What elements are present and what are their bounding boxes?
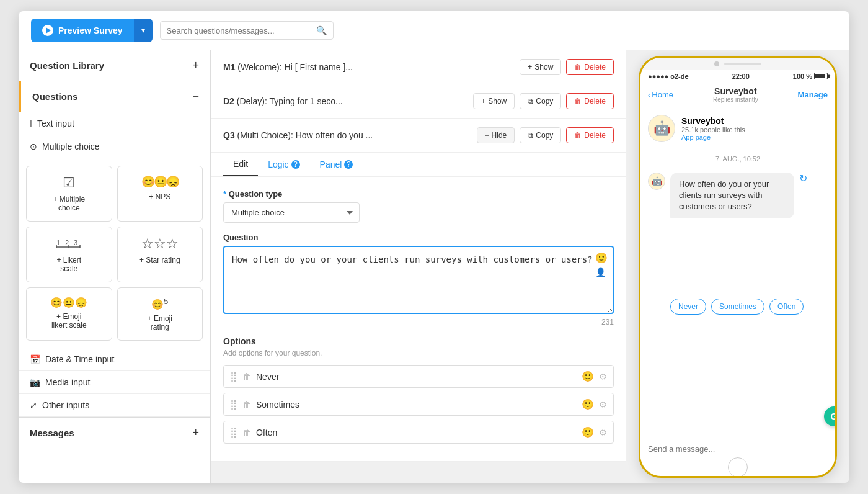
- q3-delete-button[interactable]: 🗑 Delete: [566, 127, 614, 143]
- manage-button[interactable]: Manage: [798, 90, 828, 99]
- option-input-never[interactable]: [256, 372, 577, 382]
- back-button[interactable]: ‹ Home: [648, 90, 673, 99]
- drag-handle-icon-3[interactable]: ⣿: [230, 426, 237, 438]
- option-delete-icon-3[interactable]: 🗑: [242, 428, 251, 438]
- emoji-likert-card-icon: 😊😐😞: [50, 297, 87, 308]
- bot-message-wrapper: How often do you or your clients run sur…: [670, 173, 807, 219]
- bot-name-nav: Surveybot: [713, 86, 758, 96]
- drag-handle-icon[interactable]: ⣿: [230, 370, 237, 382]
- drag-handle-icon-2[interactable]: ⣿: [230, 398, 237, 410]
- sidebar-card-nps[interactable]: 😊😐😞 + NPS: [117, 166, 203, 222]
- q3-trash-icon: 🗑: [574, 131, 582, 140]
- text-input-label: Text input: [37, 119, 74, 128]
- sidebar-card-multiple-choice[interactable]: ☑ + Multiplechoice: [26, 166, 112, 222]
- d2-type: (Delay):: [237, 96, 270, 106]
- person-textarea-icon[interactable]: 👤: [595, 267, 608, 277]
- text-input-cursor-icon: I: [30, 119, 32, 128]
- tab-panel[interactable]: Panel ?: [310, 153, 363, 176]
- emoji-likert-card-label: + Emojilikert scale: [51, 312, 87, 330]
- option-input-sometimes[interactable]: [256, 400, 577, 410]
- preview-survey-button[interactable]: Preview Survey: [31, 19, 134, 42]
- option-input-often[interactable]: [256, 428, 577, 438]
- chat-messages: 🤖 How often do you or your clients run s…: [640, 168, 835, 297]
- sidebar-item-date-time[interactable]: 📅 Date & Time input: [19, 348, 210, 371]
- d2-delete-label: Delete: [584, 97, 606, 106]
- phone-top-bar: [640, 58, 835, 70]
- bot-bubble: How often do you or your clients run sur…: [670, 173, 794, 219]
- option-emoji-icon[interactable]: 🙂: [582, 370, 594, 382]
- search-input[interactable]: [167, 26, 316, 35]
- option-delete-icon[interactable]: 🗑: [242, 372, 251, 382]
- option-delete-icon-2[interactable]: 🗑: [242, 400, 251, 410]
- d2-copy-icon: ⧉: [528, 97, 533, 106]
- phone-top-line: [724, 63, 761, 65]
- question-library-label: Question Library: [30, 60, 104, 71]
- q3-hide-button[interactable]: − Hide: [477, 127, 515, 143]
- carrier-label: ●●●●● o2-de: [648, 73, 689, 80]
- option-settings-icon-2[interactable]: ⚙: [599, 400, 607, 410]
- battery-icon: [814, 73, 828, 79]
- multiple-choice-card-icon: ☑: [63, 175, 75, 191]
- option-emoji-icon-3[interactable]: 🙂: [582, 426, 594, 438]
- m1-show-button[interactable]: + Show: [520, 59, 561, 75]
- m1-show-label: Show: [534, 63, 553, 71]
- d2-trash-icon: 🗑: [574, 97, 582, 106]
- nav-title: Surveybot Replies instantly: [713, 86, 758, 103]
- spacer: [640, 320, 835, 439]
- sidebar-item-other-inputs[interactable]: ⤢ Other inputs: [19, 394, 210, 417]
- message-row-d2: D2 (Delay): Typing for 1 seco... + Show …: [211, 84, 626, 119]
- options-title: Options: [223, 336, 614, 346]
- add-library-icon[interactable]: +: [192, 59, 199, 72]
- add-message-icon[interactable]: +: [192, 426, 199, 439]
- sidebar-card-likert[interactable]: 1 2 3 + Likertscale: [26, 227, 112, 282]
- option-settings-icon[interactable]: ⚙: [599, 372, 607, 382]
- calendar-icon: 📅: [30, 354, 40, 364]
- m1-delete-button[interactable]: 🗑 Delete: [566, 59, 614, 75]
- star-rating-card-icon: ☆☆☆: [141, 236, 179, 252]
- nps-card-label: + NPS: [149, 192, 170, 201]
- preview-btn-label: Preview Survey: [58, 25, 123, 35]
- bot-app-link[interactable]: App page: [681, 133, 745, 141]
- collapse-questions-icon[interactable]: −: [192, 90, 199, 103]
- preview-dropdown-button[interactable]: ▾: [134, 19, 153, 42]
- sidebar-item-text-input[interactable]: I Text input: [19, 112, 210, 135]
- phone-message-input[interactable]: [648, 444, 828, 454]
- option-settings-icon-3[interactable]: ⚙: [599, 428, 607, 438]
- option-never-label: Never: [678, 302, 698, 311]
- sidebar-card-star-rating[interactable]: ☆☆☆ + Star rating: [117, 227, 203, 282]
- question-type-select[interactable]: Multiple choice Text input NPS Rating Da…: [223, 202, 360, 223]
- d2-delete-button[interactable]: 🗑 Delete: [566, 93, 614, 109]
- question-textarea[interactable]: How often do you or your clients run sur…: [223, 246, 614, 314]
- tab-logic[interactable]: Logic ?: [258, 153, 309, 176]
- q3-copy-button[interactable]: ⧉ Copy: [520, 127, 561, 143]
- q3-label: Q3 (Multi Choice): How often do you ...: [223, 130, 373, 140]
- likert-card-icon: 1 2 3: [56, 236, 81, 252]
- sidebar-card-emoji-likert[interactable]: 😊😐😞 + Emojilikert scale: [26, 287, 112, 341]
- logic-help-icon: ?: [291, 160, 300, 169]
- q3-hide-label: Hide: [492, 131, 507, 140]
- refresh-icon[interactable]: ↻: [799, 173, 807, 184]
- messages-section-header[interactable]: Messages +: [19, 417, 210, 448]
- question-library-header[interactable]: Question Library +: [19, 50, 210, 81]
- option-emoji-icon-2[interactable]: 🙂: [582, 398, 594, 410]
- questions-section-header[interactable]: Questions −: [19, 81, 210, 112]
- d2-copy-button[interactable]: ⧉ Copy: [520, 93, 561, 109]
- m1-type: (Welcome):: [237, 62, 284, 72]
- tab-edit[interactable]: Edit: [223, 153, 258, 176]
- sidebar-item-media-input[interactable]: 📷 Media input: [19, 371, 210, 394]
- search-icon[interactable]: 🔍: [316, 25, 327, 35]
- d2-show-button[interactable]: + Show: [473, 93, 515, 109]
- dropdown-arrow-icon: ▾: [141, 26, 145, 35]
- option-btn-often[interactable]: Often: [769, 299, 804, 315]
- home-button[interactable]: [728, 457, 748, 477]
- emoji-textarea-icon[interactable]: 🙂: [595, 252, 608, 264]
- sidebar-item-multiple-choice[interactable]: ⊙ Multiple choice: [19, 135, 210, 158]
- q3-text-short: How often do you ...: [296, 130, 373, 140]
- phone-bottom-home: [640, 459, 835, 476]
- tab-logic-label: Logic: [268, 159, 288, 169]
- time-label: 22:00: [732, 73, 750, 80]
- option-btn-never[interactable]: Never: [670, 299, 706, 315]
- option-btn-sometimes[interactable]: Sometimes: [711, 299, 764, 315]
- grammarly-badge[interactable]: G: [824, 406, 837, 426]
- sidebar-card-emoji-rating[interactable]: 😊5 + Emojirating: [117, 287, 203, 341]
